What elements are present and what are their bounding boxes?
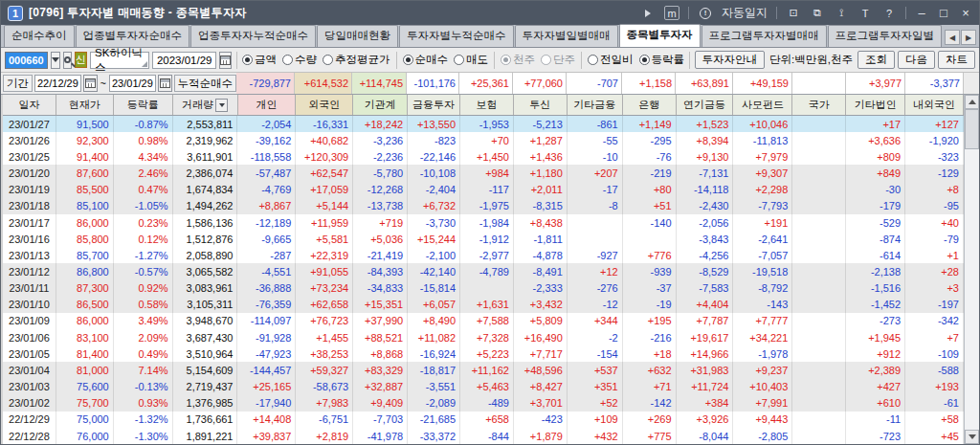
period-from-calendar-button[interactable] [83, 75, 98, 92]
tab-5[interactable]: 투자자별누적순매수 [399, 25, 514, 47]
column-header-6[interactable]: 외국인 [296, 95, 353, 115]
table-row[interactable]: 23/01/1385,700-1.27%2,058,890-287+22,319… [3, 247, 964, 263]
play-icon[interactable] [640, 6, 656, 20]
next-button[interactable]: 다음 [898, 51, 935, 69]
close-button[interactable]: × [959, 6, 972, 20]
table-row[interactable]: 23/01/2791,500-0.87%2,553,811-2,054-16,3… [3, 116, 964, 132]
radio-등락률[interactable]: 등락률 [639, 53, 685, 67]
radio-천주[interactable]: 천주 [501, 53, 535, 67]
stock-code-input[interactable]: 000660 [5, 52, 48, 69]
tab-7[interactable]: 종목별투자자 [619, 24, 701, 47]
column-header-14[interactable]: 사모펀드 [733, 95, 792, 115]
auto-journal-icon[interactable]: ! [698, 6, 713, 20]
column-header-15[interactable]: 국가 [792, 95, 846, 115]
radio-전일비[interactable]: 전일비 [588, 53, 634, 67]
cell: -5,780 [353, 165, 408, 181]
column-header-8[interactable]: 금융투자 [408, 95, 460, 115]
tab-8[interactable]: 프로그램투자자별매매 [702, 25, 827, 47]
radio-label: 단주 [553, 53, 575, 67]
help-icon[interactable]: ? [881, 6, 897, 20]
radio-단주[interactable]: 단주 [541, 53, 575, 67]
table-row[interactable]: 23/01/2692,3000.98%2,319,962-39,162+40,6… [3, 132, 964, 148]
table-row[interactable]: 23/01/0481,0007.14%5,154,609-144,457+59,… [3, 362, 964, 378]
column-header-13[interactable]: 연기금등 [677, 95, 734, 115]
radio-수량[interactable]: 수량 [282, 53, 317, 67]
query-button[interactable]: 조회 [858, 51, 895, 69]
column-header-7[interactable]: 기관계 [353, 95, 408, 115]
tab-3[interactable]: 업종투자자누적순매수 [190, 25, 316, 47]
popup-window-icon[interactable]: ⊡ [786, 6, 801, 20]
volume-dropdown-button[interactable] [215, 99, 228, 112]
column-header-16[interactable]: 기타법인 [846, 95, 905, 115]
toolbar-separator [236, 52, 237, 69]
stock-code-dropdown-button[interactable] [51, 52, 60, 69]
tab-6[interactable]: 투자자별일별매매 [515, 25, 618, 47]
title-bar[interactable]: 1 [0796] 투자자별 매매동향 - 종목별투자자 m ! 자동일지 ⊡ ⧉… [1, 1, 979, 25]
column-header-4[interactable]: 거래량 [173, 95, 238, 115]
column-header-9[interactable]: 보험 [460, 95, 514, 115]
period-to-field[interactable]: 23/01/29 [109, 75, 156, 92]
table-row[interactable]: 23/01/0683,1002.09%3,687,430-91,928+1,45… [3, 329, 964, 345]
table-row[interactable]: 23/01/1187,3000.92%3,083,961-36,888+73,2… [3, 280, 964, 297]
vertical-scrollbar[interactable] [964, 95, 979, 444]
table-row[interactable]: 23/01/1685,8000.12%1,512,876-9,665+5,581… [3, 231, 964, 247]
menu-m-icon[interactable]: m [664, 6, 679, 20]
table-row[interactable]: 22/12/2876,000-1.30%1,891,221+39,837+2,8… [3, 428, 964, 444]
scroll-up-button[interactable] [965, 95, 979, 109]
table-row[interactable]: 23/01/0986,0003.49%3,948,670-114,097+76,… [3, 313, 964, 329]
tab-scroll-left-icon[interactable]: ◀ [945, 30, 960, 45]
cell: +11,082 [408, 329, 460, 345]
tab-4[interactable]: 당일매매현황 [317, 25, 398, 47]
cell: 23/01/26 [3, 132, 56, 148]
auto-journal-label[interactable]: 자동일지 [722, 5, 768, 21]
tab-scroll-right-icon[interactable]: ▶ [961, 30, 976, 45]
minimize-button[interactable]: – [915, 6, 928, 20]
column-header-2[interactable]: 현재가 [56, 95, 114, 115]
base-date-field[interactable]: 2023/01/29 [152, 52, 217, 69]
period-from-field[interactable]: 22/12/29 [34, 75, 81, 92]
table-row[interactable]: 23/01/1286,800-0.57%3,065,582-4,551+91,0… [3, 263, 964, 279]
base-date-calendar-button[interactable] [219, 52, 232, 69]
table-row[interactable]: 23/01/1786,0000.23%1,586,136-12,189+11,9… [3, 214, 964, 231]
cell: -614 [846, 247, 905, 263]
table-row[interactable]: 23/01/2591,4004.34%3,611,901-118,558+120… [3, 148, 964, 165]
column-header-10[interactable]: 투신 [514, 95, 568, 115]
column-header-5[interactable]: 개인 [238, 95, 297, 115]
column-header-3[interactable]: 등락률 [114, 95, 173, 115]
scrollbar-thumb[interactable] [965, 109, 979, 149]
scroll-down-button[interactable] [965, 430, 979, 444]
duplicate-window-icon[interactable]: ⧉ [810, 6, 825, 20]
table-row[interactable]: 23/01/1885,100-1.05%1,494,262+8,867+5,14… [3, 198, 964, 214]
cell: +610 [846, 395, 905, 412]
table-row[interactable]: 23/01/0275,7000.93%1,376,985-17,940+7,98… [3, 395, 964, 412]
scrollbar-track[interactable] [965, 109, 979, 430]
radio-금액[interactable]: 금액 [242, 53, 277, 67]
chart-button[interactable]: 차트 [938, 51, 975, 69]
tab-9[interactable]: 프로그램투자자일별 [828, 25, 943, 47]
table-row[interactable]: 22/12/2975,000-1.32%1,736,661+14,408-6,7… [3, 412, 964, 428]
cell: +7,991 [733, 395, 792, 412]
radio-순매수[interactable]: 순매수 [403, 53, 449, 67]
table-row[interactable]: 23/01/2087,6002.46%2,386,074-57,487+62,5… [3, 165, 964, 181]
column-header-12[interactable]: 은행 [623, 95, 677, 115]
pin-icon[interactable]: ⟟ [834, 6, 849, 20]
cell: +28 [905, 263, 964, 279]
tab-1[interactable]: 순매수추이 [4, 25, 75, 47]
cell: +1,149 [623, 116, 677, 132]
table-row[interactable]: 23/01/1985,5000.47%1,674,834-4,769+17,05… [3, 182, 964, 198]
column-header-17[interactable]: 내외국인 [905, 95, 964, 115]
radio-매도[interactable]: 매도 [454, 53, 488, 67]
period-to-calendar-button[interactable] [158, 75, 172, 92]
maximize-button[interactable]: □ [937, 6, 950, 20]
column-header-11[interactable]: 기타금융 [568, 95, 623, 115]
investor-guide-button[interactable]: 투자자안내 [695, 51, 766, 69]
radio-추정평균가[interactable]: 추정평균가 [323, 53, 390, 67]
table-row[interactable]: 23/01/0375,600-0.13%2,719,437+25,165-58,… [3, 379, 964, 395]
table-row[interactable]: 23/01/1086,5000.58%3,105,311-76,359+62,6… [3, 297, 964, 313]
stock-name-field[interactable]: SK하이닉스 [90, 52, 149, 69]
column-header-1[interactable]: 일자 [3, 95, 56, 115]
table-row[interactable]: 23/01/0581,4000.49%3,510,964-47,923+38,2… [3, 345, 964, 362]
font-icon[interactable]: T [858, 6, 873, 20]
tab-2[interactable]: 업종별투자자순매수 [76, 25, 190, 47]
stock-search-button[interactable] [63, 52, 72, 69]
